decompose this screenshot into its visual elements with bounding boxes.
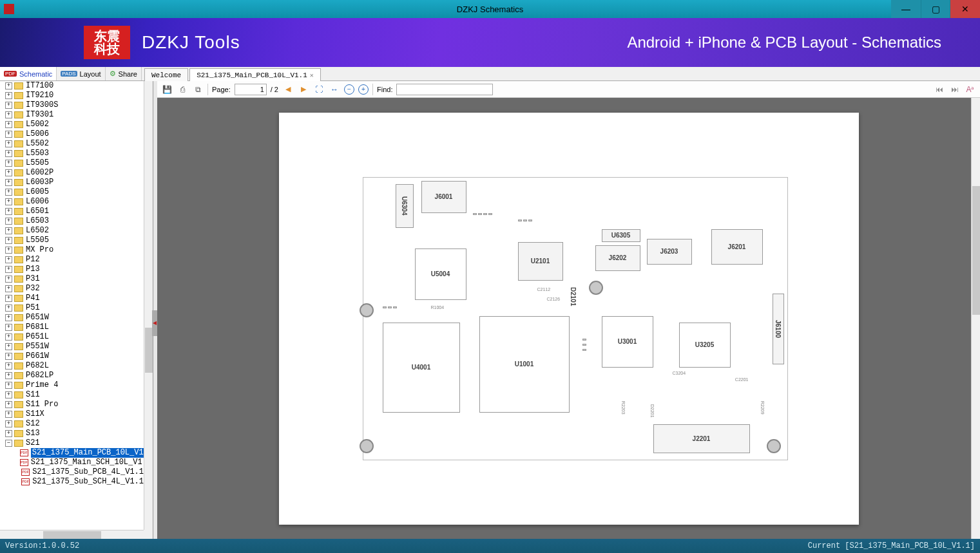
tree-folder[interactable]: +L5505 xyxy=(0,236,144,245)
expand-icon[interactable]: + xyxy=(5,314,12,321)
expand-icon[interactable]: + xyxy=(5,247,12,254)
tree-folder[interactable]: +L6501 xyxy=(0,207,144,216)
close-icon[interactable]: ✕ xyxy=(310,71,314,79)
page-input[interactable] xyxy=(235,84,267,95)
find-next-icon[interactable]: ⏭ xyxy=(949,84,961,95)
tree-folder[interactable]: +P681L xyxy=(0,323,144,332)
tree-folder[interactable]: +Prime 4 xyxy=(0,380,144,390)
expand-icon[interactable]: + xyxy=(5,285,12,292)
zoom-out-icon[interactable]: − xyxy=(344,84,354,95)
expand-icon[interactable]: + xyxy=(5,276,12,283)
tree-folder[interactable]: +L5002 xyxy=(0,120,144,129)
copy-icon[interactable]: ⧉ xyxy=(192,84,204,95)
expand-icon[interactable]: + xyxy=(5,411,12,418)
resize-grip[interactable] xyxy=(144,530,153,539)
sidebar-tab-layout[interactable]: PADS Layout xyxy=(57,67,105,80)
expand-icon[interactable]: + xyxy=(5,121,12,128)
expand-icon[interactable]: + xyxy=(5,295,12,302)
expand-icon[interactable]: + xyxy=(5,111,12,118)
tree-folder[interactable]: +L6006 xyxy=(0,197,144,207)
splitter-collapse-icon[interactable]: ◀ xyxy=(152,310,157,336)
tree-folder[interactable]: +IT7100 xyxy=(0,81,144,91)
tree-folder[interactable]: +L6002P xyxy=(0,168,144,178)
tree-file[interactable]: PDFS21_i375_Main_PCB_10L_V1.1 xyxy=(0,448,144,458)
expand-icon[interactable]: + xyxy=(5,140,12,147)
save-icon[interactable]: 💾 xyxy=(161,84,173,95)
collapse-icon[interactable]: − xyxy=(5,440,12,447)
tree-folder[interactable]: +P31 xyxy=(0,274,144,284)
tree-folder[interactable]: +IT9301 xyxy=(0,110,144,120)
tree-folder[interactable]: +P13 xyxy=(0,265,144,274)
next-page-icon[interactable]: ▶ xyxy=(298,84,309,95)
expand-icon[interactable]: + xyxy=(5,305,12,312)
tree-file[interactable]: PDFS21_i375_Main_SCH_10L_V1.1 xyxy=(0,458,144,467)
find-prev-icon[interactable]: ⏮ xyxy=(934,84,945,95)
tree-folder[interactable]: +L6503 xyxy=(0,216,144,226)
doc-tab-welcome[interactable]: Welcome xyxy=(144,68,188,81)
doc-tab-active[interactable]: S21_i375_Main_PCB_10L_V1.1 ✕ xyxy=(189,68,321,81)
expand-icon[interactable]: + xyxy=(5,391,12,398)
tree-folder[interactable]: +L5505 xyxy=(0,158,144,168)
sidebar-tab-share[interactable]: ⚙ Share xyxy=(106,67,142,80)
print-icon[interactable]: ⎙ xyxy=(177,84,188,95)
tree-folder[interactable]: +P651W xyxy=(0,313,144,323)
sidebar-vertical-scrollbar[interactable] xyxy=(144,81,153,530)
expand-icon[interactable]: + xyxy=(5,324,12,331)
expand-icon[interactable]: + xyxy=(5,362,12,370)
expand-icon[interactable]: + xyxy=(5,198,12,205)
prev-page-icon[interactable]: ◀ xyxy=(282,84,294,95)
zoom-in-icon[interactable]: + xyxy=(358,84,369,95)
viewer-canvas[interactable]: U6304 J6001 U5004 U2101 U6305 J6202 J620… xyxy=(157,98,980,539)
tree-folder[interactable]: +P12 xyxy=(0,255,144,265)
expand-icon[interactable]: + xyxy=(5,102,12,109)
tree[interactable]: +IT7100+IT9210+IT9300S+IT9301+L5002+L500… xyxy=(0,81,144,530)
expand-icon[interactable]: + xyxy=(5,218,12,225)
tree-folder[interactable]: +S12 xyxy=(0,419,144,429)
tree-folder-expanded[interactable]: −S21 xyxy=(0,438,144,448)
tree-folder[interactable]: +P682LP xyxy=(0,371,144,380)
sidebar-horizontal-scrollbar[interactable] xyxy=(0,530,144,539)
tree-folder[interactable]: +P682L xyxy=(0,361,144,371)
maximize-button[interactable]: ▢ xyxy=(921,0,950,18)
tree-folder[interactable]: +S13 xyxy=(0,429,144,438)
tree-folder[interactable]: +P651L xyxy=(0,332,144,342)
expand-icon[interactable]: + xyxy=(5,189,12,196)
expand-icon[interactable]: + xyxy=(5,430,12,437)
expand-icon[interactable]: + xyxy=(5,382,12,389)
expand-icon[interactable]: + xyxy=(5,333,12,341)
tree-folder[interactable]: +S11X xyxy=(0,409,144,419)
expand-icon[interactable]: + xyxy=(5,266,12,273)
expand-icon[interactable]: + xyxy=(5,92,12,99)
expand-icon[interactable]: + xyxy=(5,353,12,360)
tree-folder[interactable]: +L5503 xyxy=(0,149,144,158)
tree-folder[interactable]: +L6502 xyxy=(0,226,144,236)
text-size-icon[interactable]: Aᵃ xyxy=(965,84,976,95)
tree-folder[interactable]: +P32 xyxy=(0,284,144,294)
tree-folder[interactable]: +L6003P xyxy=(0,178,144,187)
expand-icon[interactable]: + xyxy=(5,237,12,244)
tree-folder[interactable]: +MX Pro xyxy=(0,245,144,255)
tree-file[interactable]: PDFS21_i375_Sub_SCH_4L_V1.1 xyxy=(0,477,144,487)
tree-folder[interactable]: +S11 xyxy=(0,390,144,400)
expand-icon[interactable]: + xyxy=(5,343,12,350)
expand-icon[interactable]: + xyxy=(5,82,12,89)
tree-folder[interactable]: +L6005 xyxy=(0,187,144,197)
fit-page-icon[interactable]: ⛶ xyxy=(313,84,325,95)
expand-icon[interactable]: + xyxy=(5,160,12,167)
expand-icon[interactable]: + xyxy=(5,179,12,186)
viewer-vertical-scrollbar[interactable] xyxy=(971,98,980,539)
find-input[interactable] xyxy=(396,84,493,95)
expand-icon[interactable]: + xyxy=(5,420,12,427)
tree-folder[interactable]: +S11 Pro xyxy=(0,400,144,409)
tree-folder[interactable]: +P661W xyxy=(0,351,144,361)
tree-folder[interactable]: +P41 xyxy=(0,294,144,303)
fit-width-icon[interactable]: ↔ xyxy=(329,84,340,95)
expand-icon[interactable]: + xyxy=(5,169,12,176)
tree-file[interactable]: PDFS21_i375_Sub_PCB_4L_V1.1 xyxy=(0,467,144,477)
tree-folder[interactable]: +P551W xyxy=(0,342,144,351)
tree-folder[interactable]: +L5006 xyxy=(0,129,144,139)
expand-icon[interactable]: + xyxy=(5,401,12,408)
scrollbar-thumb[interactable] xyxy=(43,531,101,539)
tree-folder[interactable]: +P51 xyxy=(0,303,144,313)
expand-icon[interactable]: + xyxy=(5,131,12,138)
